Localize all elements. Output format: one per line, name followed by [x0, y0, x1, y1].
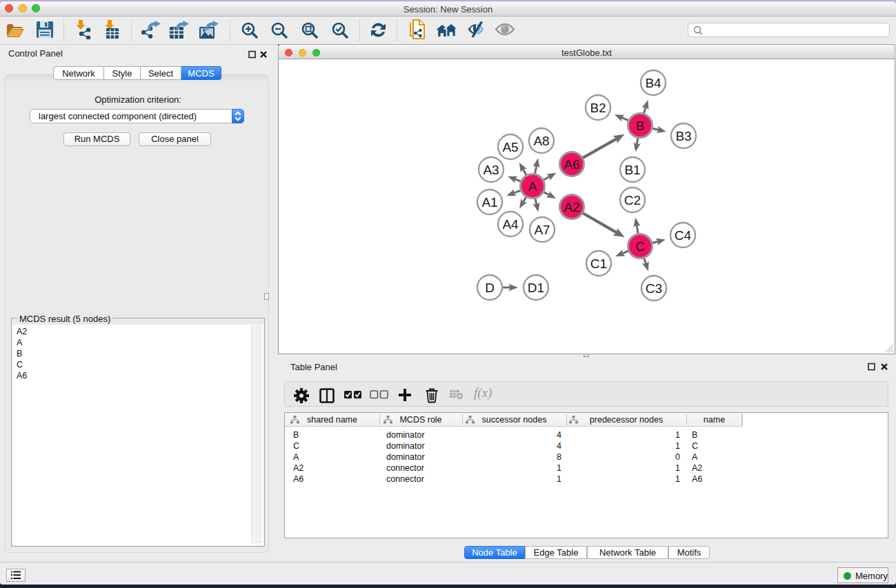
- svg-text:C4: C4: [675, 228, 692, 243]
- svg-text:C2: C2: [624, 193, 641, 207]
- svg-text:A2: A2: [564, 200, 579, 214]
- svg-text:B3: B3: [675, 129, 691, 143]
- svg-text:A3: A3: [483, 163, 499, 177]
- svg-text:C1: C1: [590, 256, 607, 271]
- svg-text:A4: A4: [502, 217, 519, 232]
- svg-text:A6: A6: [564, 157, 579, 172]
- svg-text:B1: B1: [624, 163, 640, 177]
- svg-text:B: B: [636, 119, 645, 133]
- svg-text:A1: A1: [481, 195, 497, 210]
- svg-text:B2: B2: [590, 101, 606, 115]
- svg-text:B4: B4: [645, 76, 661, 90]
- svg-text:D1: D1: [528, 281, 544, 295]
- svg-text:C3: C3: [646, 281, 662, 296]
- svg-text:A5: A5: [502, 140, 518, 154]
- svg-text:D: D: [485, 281, 495, 295]
- svg-text:A7: A7: [534, 223, 550, 237]
- svg-text:C: C: [635, 239, 645, 254]
- svg-text:A8: A8: [533, 134, 549, 148]
- svg-text:A: A: [528, 179, 537, 194]
